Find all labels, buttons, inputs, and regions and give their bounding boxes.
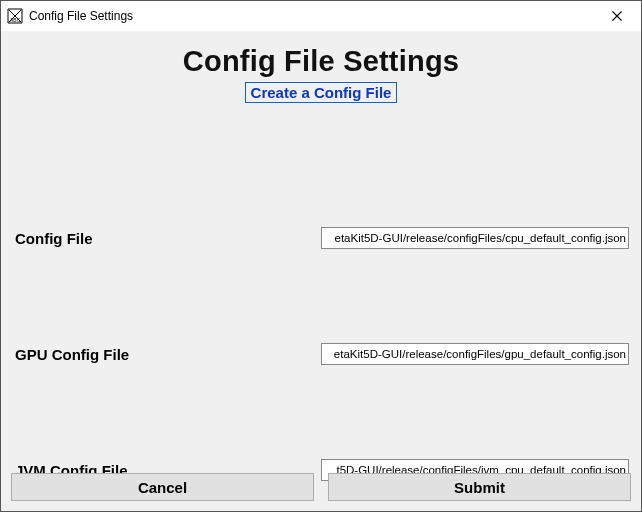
- cancel-button[interactable]: Cancel: [11, 473, 314, 501]
- window-close-button[interactable]: [595, 1, 639, 31]
- close-icon: [612, 11, 622, 21]
- page-title: Config File Settings: [11, 45, 631, 78]
- window-title: Config File Settings: [29, 9, 595, 23]
- form-area: Config File GPU Config File JVM Config F…: [11, 103, 631, 511]
- titlebar: ABC Config File Settings: [1, 1, 641, 31]
- app-icon: ABC: [7, 8, 23, 24]
- window-root: ABC Config File Settings Config File Set…: [0, 0, 642, 512]
- gpu-config-file-label: GPU Config File: [11, 346, 321, 363]
- config-file-label: Config File: [11, 230, 321, 247]
- config-file-input[interactable]: [321, 227, 629, 249]
- button-bar: Cancel Submit: [11, 473, 631, 501]
- svg-text:ABC: ABC: [10, 17, 21, 23]
- config-file-row: Config File: [11, 227, 631, 249]
- gpu-config-file-row: GPU Config File: [11, 343, 631, 365]
- client-area: Config File Settings Create a Config Fil…: [1, 31, 641, 511]
- gpu-config-file-input[interactable]: [321, 343, 629, 365]
- create-config-link[interactable]: Create a Config File: [245, 82, 398, 103]
- submit-button[interactable]: Submit: [328, 473, 631, 501]
